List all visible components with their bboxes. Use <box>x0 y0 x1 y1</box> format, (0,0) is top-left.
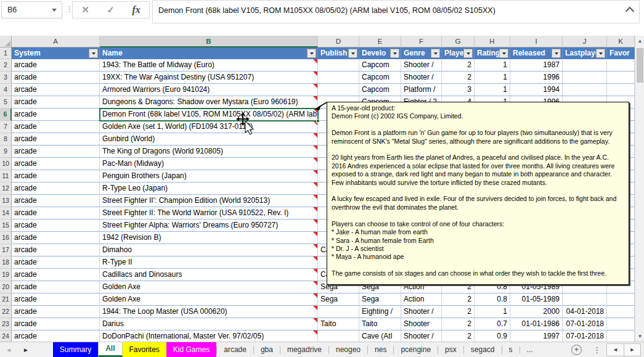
cell-B16[interactable]: 1942 (Revision B) <box>100 232 318 244</box>
cell-B22[interactable]: 1944: The Loop Master (USA 000620) <box>100 306 318 318</box>
insert-function-icon[interactable]: fx <box>132 4 140 15</box>
select-all-corner[interactable] <box>0 36 12 47</box>
column-header-name[interactable]: Name <box>100 47 318 59</box>
row-number-7[interactable]: 7 <box>0 121 12 133</box>
column-letter-E[interactable]: E <box>359 36 401 47</box>
column-letter-D[interactable]: D <box>318 36 359 47</box>
cell-B12[interactable]: R-Type Leo (Japan) <box>100 183 318 195</box>
cell-H22[interactable]: 1 <box>475 306 510 318</box>
cell-H2[interactable]: 1 <box>475 59 510 72</box>
sheet-tab-all[interactable]: All <box>98 342 122 357</box>
cell-D2[interactable] <box>318 59 359 72</box>
cell-A5[interactable]: arcade <box>12 96 100 109</box>
cell-B23[interactable]: Darius <box>100 318 318 330</box>
cell-I23[interactable]: 01-01-1986 <box>510 318 563 330</box>
cell-E23[interactable]: Taito <box>359 318 401 330</box>
cell-A19[interactable]: arcade <box>12 269 100 281</box>
cell-B14[interactable]: Street Fighter II: The World Warrior (US… <box>100 207 318 220</box>
cell-J21[interactable] <box>563 293 607 306</box>
cell-B24[interactable]: DoDonPachi (International, Master Ver. 9… <box>100 330 318 342</box>
cell-E22[interactable]: Eighting / <box>359 306 401 318</box>
column-letter-F[interactable]: F <box>401 36 442 47</box>
enter-icon[interactable]: ✓ <box>107 4 115 15</box>
cell-E24[interactable]: Cave (Atl <box>359 330 401 342</box>
cell-D21[interactable]: Sega <box>318 293 359 306</box>
filter-dropdown-icon-released[interactable] <box>552 49 561 58</box>
cell-A4[interactable]: arcade <box>12 84 100 96</box>
row-number-1[interactable]: 1 <box>0 47 12 59</box>
cell-A20[interactable]: arcade <box>12 281 100 293</box>
row-number-19[interactable]: 19 <box>0 269 12 281</box>
cell-G3[interactable]: 2 <box>442 72 475 84</box>
sheet-tab-neogeo[interactable]: neogeo <box>329 342 367 357</box>
cell-A3[interactable]: arcade <box>12 72 100 84</box>
cell-B3[interactable]: 19XX: The War Against Destiny (USA 95120… <box>100 72 318 84</box>
column-header-developer[interactable]: Develo <box>359 47 401 59</box>
cell-G4[interactable]: 3 <box>442 84 475 96</box>
scroll-up-icon[interactable]: ▲ <box>635 36 644 46</box>
cell-J2[interactable] <box>563 59 607 72</box>
cell-G2[interactable]: 2 <box>442 59 475 72</box>
cell-J4[interactable] <box>563 84 607 96</box>
sheet-tab-segacd[interactable]: segacd <box>464 342 502 357</box>
vertical-scrollbar-thumb[interactable] <box>637 48 643 83</box>
filter-dropdown-icon-system[interactable] <box>89 49 98 58</box>
cell-H24[interactable]: 0.9 <box>475 330 510 342</box>
tab-bar-scroll-left-icon[interactable]: ◄ <box>607 344 624 356</box>
vertical-scrollbar[interactable]: ▲ ▼ <box>635 36 644 342</box>
sheet-tab-megadrive[interactable]: megadrive <box>280 342 328 357</box>
column-header-publisher[interactable]: Publish <box>318 47 359 59</box>
cell-F23[interactable]: Shooter <box>401 318 442 330</box>
cell-B10[interactable]: Pac-Man (Midway) <box>100 158 318 170</box>
cell-H3[interactable]: 1 <box>475 72 510 84</box>
row-number-9[interactable]: 9 <box>0 146 12 158</box>
cell-A2[interactable]: arcade <box>12 59 100 72</box>
scroll-down-icon[interactable]: ▼ <box>635 331 644 342</box>
row-number-3[interactable]: 3 <box>0 72 12 84</box>
row-number-2[interactable]: 2 <box>0 59 12 72</box>
cell-B9[interactable]: The King of Dragons (World 910805) <box>100 146 318 158</box>
cell-B21[interactable]: Golden Axe <box>100 293 318 306</box>
row-number-24[interactable]: 24 <box>0 330 12 342</box>
cell-A7[interactable]: arcade <box>12 121 100 133</box>
sheet-tab-summary[interactable]: Summary <box>53 342 98 357</box>
cell-A23[interactable]: arcade <box>12 318 100 330</box>
cell-I2[interactable]: 1987 <box>510 59 563 72</box>
cell-K24[interactable] <box>607 330 635 342</box>
column-letter-B[interactable]: B <box>100 36 318 47</box>
filter-dropdown-icon-rating[interactable] <box>499 49 508 58</box>
cell-K22[interactable] <box>607 306 635 318</box>
cancel-icon[interactable]: ✕ <box>81 4 89 15</box>
row-number-5[interactable]: 5 <box>0 96 12 109</box>
cell-B20[interactable]: Golden Axe <box>100 281 318 293</box>
cell-D23[interactable]: Taito <box>318 318 359 330</box>
cell-F21[interactable]: Action <box>401 293 442 306</box>
column-letter-A[interactable]: A <box>12 36 100 47</box>
sheet-tab-s[interactable]: s <box>502 342 520 357</box>
sheet-tab-nes[interactable]: nes <box>368 342 393 357</box>
cell-I3[interactable]: 1996 <box>510 72 563 84</box>
row-number-17[interactable]: 17 <box>0 244 12 256</box>
cell-K21[interactable] <box>607 293 635 306</box>
column-letter-J[interactable]: J <box>563 36 607 47</box>
cell-B11[interactable]: Penguin Brothers (Japan) <box>100 170 318 183</box>
cell-K23[interactable] <box>607 318 635 330</box>
cell-A12[interactable]: arcade <box>12 183 100 195</box>
column-header-players[interactable]: Players <box>442 47 475 59</box>
cell-A21[interactable]: arcade <box>12 293 100 306</box>
cell-K4[interactable] <box>607 84 635 96</box>
cell-J3[interactable] <box>563 72 607 84</box>
cell-D22[interactable] <box>318 306 359 318</box>
sheet-tab-arcade[interactable]: arcade <box>217 342 253 357</box>
row-number-22[interactable]: 22 <box>0 306 12 318</box>
tab-bar-menu-icon[interactable]: ⋮ <box>593 345 601 355</box>
cell-B2[interactable]: 1943: The Battle of Midway (Euro) <box>100 59 318 72</box>
row-number-4[interactable]: 4 <box>0 84 12 96</box>
cell-A22[interactable]: arcade <box>12 306 100 318</box>
cell-I4[interactable]: 1994 <box>510 84 563 96</box>
cell-I21[interactable]: 01-05-1989 <box>510 293 563 306</box>
cell-J24[interactable]: 07-01-2018 <box>563 330 607 342</box>
row-number-15[interactable]: 15 <box>0 220 12 232</box>
cell-A11[interactable]: arcade <box>12 170 100 183</box>
tab-bar-scroll-right-icon[interactable]: ► <box>624 344 640 356</box>
